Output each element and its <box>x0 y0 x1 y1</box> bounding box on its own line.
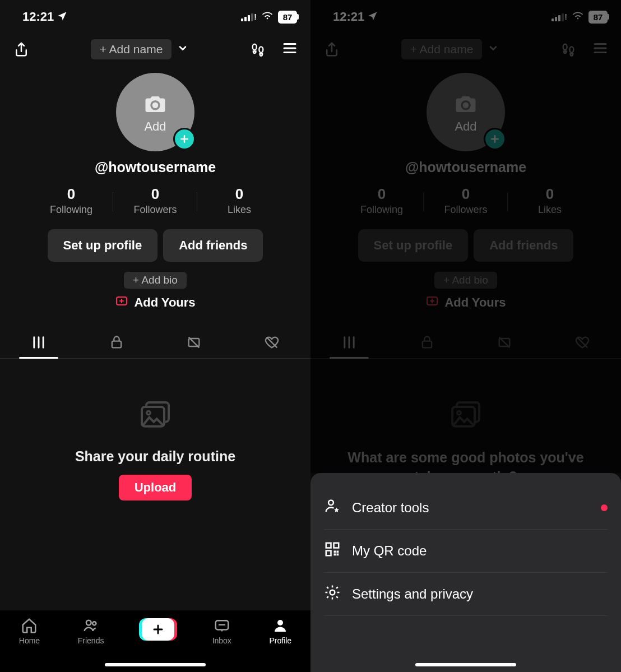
tab-repost[interactable] <box>155 327 233 358</box>
home-indicator <box>415 663 516 666</box>
add-name-button: + Add name <box>401 39 483 59</box>
tab-liked[interactable] <box>233 327 311 358</box>
stat-label: Likes <box>508 204 592 216</box>
stat-likes[interactable]: 0 Likes <box>197 186 281 216</box>
stat-num: 0 <box>424 186 508 203</box>
nav-friends[interactable]: Friends <box>78 617 104 645</box>
cellular-signal-icon: ! <box>241 12 257 21</box>
header-center: + Add name <box>91 39 189 59</box>
svg-rect-21 <box>326 551 331 556</box>
add-friends-button[interactable]: Add friends <box>163 229 263 262</box>
svg-rect-24 <box>334 554 336 556</box>
phone-left: 12:21 ! 87 + Add name <box>0 0 310 672</box>
phone-right: 12:21 ! 87 + Add name <box>310 0 621 672</box>
status-left: 12:21 <box>22 10 67 24</box>
avatar[interactable]: Add <box>116 73 194 151</box>
bottom-nav: Home Friends Inbox Profile <box>0 610 310 672</box>
stats-row: 0 Following 0 Followers 0 Likes <box>0 186 310 216</box>
stat-num: 0 <box>197 186 281 203</box>
stat-num: 0 <box>340 186 424 203</box>
avatar-section: Add @howtousername <box>310 73 621 175</box>
add-yours-icon <box>425 294 439 311</box>
location-arrow-icon <box>57 10 67 24</box>
svg-point-11 <box>463 103 469 109</box>
tab-grid[interactable] <box>0 327 78 358</box>
tab-private[interactable] <box>78 327 156 358</box>
sheet-qr-code[interactable]: My QR code <box>324 530 608 573</box>
tab-repost <box>466 327 544 358</box>
profile-header: + Add name <box>310 34 621 65</box>
set-up-profile-button: Set up profile <box>358 229 469 262</box>
profile-tabs <box>0 327 310 359</box>
add-yours-icon <box>115 294 128 311</box>
stat-label: Followers <box>424 204 508 216</box>
nav-home[interactable]: Home <box>19 617 40 645</box>
stat-followers[interactable]: 0 Followers <box>113 186 197 216</box>
profile-tabs <box>310 327 621 359</box>
avatar-section: Add @howtousername <box>0 73 310 175</box>
svg-rect-22 <box>334 551 336 553</box>
qr-code-icon <box>324 541 341 561</box>
clock-text: 12:21 <box>22 10 54 24</box>
add-yours-label: Add Yours <box>134 295 195 310</box>
create-button[interactable] <box>142 618 174 641</box>
add-yours-button[interactable]: Add Yours <box>0 294 310 311</box>
nav-create[interactable] <box>142 617 174 641</box>
svg-rect-13 <box>423 341 432 348</box>
svg-point-0 <box>152 103 159 109</box>
notification-dot-icon <box>601 504 608 511</box>
sheet-settings[interactable]: Settings and privacy <box>324 573 608 616</box>
chevron-down-icon[interactable] <box>177 43 188 56</box>
nav-label: Home <box>19 636 40 645</box>
svg-rect-25 <box>337 551 339 553</box>
header-right <box>249 40 298 59</box>
wifi-icon <box>572 9 584 25</box>
location-arrow-icon <box>368 10 378 24</box>
stat-following[interactable]: 0 Following <box>29 186 113 216</box>
header-right <box>559 40 609 59</box>
cellular-signal-icon: ! <box>552 12 567 21</box>
svg-point-18 <box>328 500 333 505</box>
empty-state: Share your daily routine Upload <box>0 398 310 500</box>
add-bio-button[interactable]: + Add bio <box>124 272 187 289</box>
avatar-plus-badge <box>484 128 506 150</box>
nav-inbox[interactable]: Inbox <box>212 617 231 645</box>
svg-point-8 <box>92 622 96 625</box>
status-bar: 12:21 ! 87 <box>310 0 621 34</box>
status-left: 12:21 <box>333 10 378 24</box>
tab-private <box>388 327 466 358</box>
stat-num: 0 <box>113 186 197 203</box>
share-icon[interactable] <box>12 40 30 58</box>
battery-indicator: 87 <box>278 11 297 24</box>
stat-likes: 0 Likes <box>508 186 592 216</box>
add-name-button[interactable]: + Add name <box>91 39 172 59</box>
sheet-label: Settings and privacy <box>352 586 473 602</box>
add-friends-button: Add friends <box>474 229 573 262</box>
svg-rect-2 <box>112 341 121 348</box>
upload-button[interactable]: Upload <box>119 475 192 500</box>
footprint-icon[interactable] <box>249 40 267 58</box>
set-up-profile-button[interactable]: Set up profile <box>48 229 158 262</box>
tab-grid <box>310 327 388 358</box>
hamburger-menu-icon[interactable] <box>281 40 298 59</box>
nav-profile[interactable]: Profile <box>269 617 291 645</box>
stat-label: Following <box>29 204 113 216</box>
camera-icon <box>142 92 169 118</box>
username-text: @howtousername <box>405 159 526 175</box>
add-yours-button: Add Yours <box>310 294 621 311</box>
add-name-label: + Add name <box>100 43 163 56</box>
gear-icon <box>324 584 341 604</box>
svg-point-10 <box>277 620 283 625</box>
avatar-add-label: Add <box>144 119 166 134</box>
gallery-icon <box>22 398 288 436</box>
stat-label: Following <box>340 204 424 216</box>
svg-rect-20 <box>334 543 339 548</box>
svg-rect-23 <box>337 554 339 556</box>
status-right: ! 87 <box>552 9 608 25</box>
sheet-creator-tools[interactable]: Creator tools <box>324 486 608 530</box>
stat-num: 0 <box>508 186 592 203</box>
avatar-plus-badge[interactable] <box>173 128 196 150</box>
wifi-icon <box>261 9 274 25</box>
gallery-icon <box>333 398 599 436</box>
home-indicator <box>105 663 206 666</box>
